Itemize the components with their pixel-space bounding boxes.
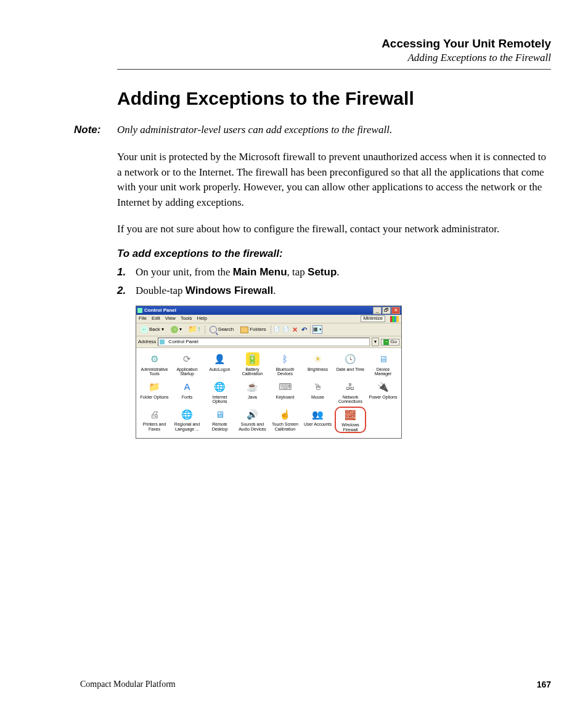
cp-item-administrative-tools[interactable]: ⚙Administrative Tools	[139, 352, 170, 377]
views-button[interactable]: ▦	[312, 325, 322, 334]
folders-icon	[240, 327, 248, 333]
cp-item-label: Power Options	[369, 395, 398, 399]
forward-button[interactable]: → ▾	[168, 325, 184, 335]
cp-item-java[interactable]: ☕Java	[237, 379, 268, 405]
step-number: 2.	[117, 285, 136, 297]
cp-item-label: Sounds and Audio Devices	[238, 422, 267, 431]
cp-item-autologon[interactable]: 👤AutoLogon	[204, 352, 235, 377]
cp-item-label: Bluetooth Devices	[271, 367, 300, 376]
cp-item-application-startup[interactable]: ⟳Application Startup	[171, 352, 203, 377]
footer-product: Compact Modular Platform	[80, 680, 176, 689]
cp-item-brightness[interactable]: ☀Brightness	[302, 352, 333, 377]
cp-item-label: Java	[248, 395, 257, 399]
cp-item-sounds-and-audio-devices[interactable]: 🔊Sounds and Audio Devices	[237, 407, 268, 433]
cp-item-icon: 🌐	[181, 407, 194, 421]
control-panel-grid: ⚙Administrative Tools⟳Application Startu…	[139, 352, 399, 433]
step-1: 1. On your unit, from the Main Menu, tap…	[117, 266, 551, 278]
cp-item-icon: 🖥	[377, 352, 390, 366]
cp-item-remote-desktop[interactable]: 🖥Remote Desktop	[204, 407, 235, 433]
cp-item-icon: 👤	[213, 352, 227, 366]
cp-item-label: Remote Desktop	[205, 422, 235, 431]
note-block: Note: Only administrator-level users can…	[74, 124, 551, 136]
cp-item-icon: 🖱	[311, 380, 325, 394]
cp-item-battery-calibration[interactable]: 🔋Battery Calibration	[237, 352, 268, 377]
note-label: Note:	[74, 124, 117, 136]
window-titlebar[interactable]: Control Panel _ 🗗 ✕	[136, 306, 401, 315]
cp-item-folder-options[interactable]: 📁Folder Options	[139, 379, 170, 405]
procedure-title: To add exceptions to the firewall:	[117, 248, 551, 260]
menu-file[interactable]: File	[139, 316, 147, 322]
cp-item-regional-and-language[interactable]: 🌐Regional and Language ...	[171, 407, 203, 433]
cp-item-label: Keyboard	[276, 395, 295, 399]
cp-item-power-options[interactable]: 🔌Power Options	[367, 379, 399, 405]
search-button[interactable]: Search	[207, 325, 236, 335]
cp-item-touch-screen-calibration[interactable]: ☝Touch Screen Calibration	[269, 407, 301, 433]
go-icon: →	[383, 339, 389, 345]
page-number: 167	[537, 680, 551, 689]
cp-item-icon: 🖧	[344, 380, 357, 394]
cp-item-icon: ☝	[279, 407, 292, 421]
cp-item-icon: ☀	[311, 352, 325, 366]
close-button[interactable]: ✕	[391, 307, 400, 314]
cp-item-icon: 🧱	[344, 408, 357, 421]
menu-tools[interactable]: Tools	[181, 316, 192, 322]
back-button[interactable]: ← Back ▾	[138, 325, 166, 335]
copy-to-button[interactable]: 📄	[282, 326, 290, 333]
address-bar: Address Control Panel ▾ → Go	[136, 336, 401, 348]
cp-item-label: Folder Options	[141, 395, 169, 399]
cp-item-icon: ☕	[246, 380, 259, 394]
cp-item-network-connections[interactable]: 🖧Network Connections	[335, 379, 366, 405]
cp-item-label: Battery Calibration	[238, 367, 267, 376]
minimize-button[interactable]: _	[373, 307, 382, 314]
cp-item-icon: 🖨	[148, 407, 161, 421]
header-rule	[117, 69, 551, 70]
step-2: 2. Double-tap Windows Firewall.	[117, 285, 551, 297]
control-panel-icon	[160, 339, 165, 344]
cp-item-mouse[interactable]: 🖱Mouse	[302, 379, 333, 405]
cp-item-label: Application Startup	[173, 367, 202, 376]
up-button[interactable]: 📁↑	[186, 325, 203, 333]
address-field[interactable]: Control Panel	[158, 338, 370, 346]
cp-item-keyboard[interactable]: ⌨Keyboard	[269, 379, 301, 405]
step-text: Double-tap Windows Firewall.	[136, 285, 276, 297]
cp-item-icon: 🔋	[246, 352, 259, 366]
cp-item-internet-options[interactable]: 🌐Internet Options	[204, 379, 235, 405]
windows-flag-icon	[390, 316, 399, 322]
cp-item-icon: ⌨	[279, 380, 292, 394]
move-to-button[interactable]: 📄	[273, 326, 280, 333]
cp-item-label: Mouse	[311, 395, 324, 399]
cp-item-label: Brightness	[308, 367, 328, 371]
window-title: Control Panel	[144, 308, 372, 314]
section-title: Adding Exceptions to the Firewall	[117, 52, 551, 64]
cp-item-label: Administrative Tools	[140, 367, 169, 376]
step-number: 1.	[117, 266, 136, 278]
cp-item-label: Printers and Faxes	[140, 422, 169, 431]
maximize-button[interactable]: 🗗	[382, 307, 391, 314]
cp-item-fonts[interactable]: AFonts	[171, 379, 203, 405]
cp-item-user-accounts[interactable]: 👥User Accounts	[302, 407, 333, 433]
address-dropdown[interactable]: ▾	[372, 338, 379, 346]
go-button[interactable]: → Go	[381, 339, 399, 346]
cp-item-windows-firewall[interactable]: 🧱Windows Firewall	[335, 407, 366, 433]
menu-bar: File Edit View Tools Help Minimize	[136, 315, 401, 323]
menu-help[interactable]: Help	[197, 316, 207, 322]
cp-item-bluetooth-devices[interactable]: ᛒBluetooth Devices	[269, 352, 301, 377]
cp-item-icon: A	[181, 380, 194, 394]
menu-edit[interactable]: Edit	[152, 316, 160, 322]
menu-view[interactable]: View	[165, 316, 176, 322]
cp-item-icon: 🖥	[213, 407, 227, 421]
cp-item-printers-and-faxes[interactable]: 🖨Printers and Faxes	[139, 407, 170, 433]
folders-button[interactable]: Folders	[238, 325, 269, 335]
minimize-label-button[interactable]: Minimize	[361, 315, 385, 322]
toolbar: ← Back ▾ → ▾ 📁↑ Search Folders	[136, 323, 401, 336]
delete-button[interactable]: ✕	[292, 326, 299, 333]
cp-item-label: User Accounts	[304, 422, 332, 426]
cp-item-icon: ⚙	[148, 352, 161, 366]
cp-item-date-and-time[interactable]: 🕓Date and Time	[335, 352, 366, 377]
cp-item-label: Windows Firewall	[336, 423, 365, 432]
forward-icon: →	[171, 326, 178, 333]
cp-item-device-manager[interactable]: 🖥Device Manager	[367, 352, 399, 377]
undo-button[interactable]: ↶	[301, 326, 308, 333]
chapter-title: Accessing Your Unit Remotely	[117, 37, 551, 51]
cp-item-label: Network Connections	[336, 395, 365, 404]
